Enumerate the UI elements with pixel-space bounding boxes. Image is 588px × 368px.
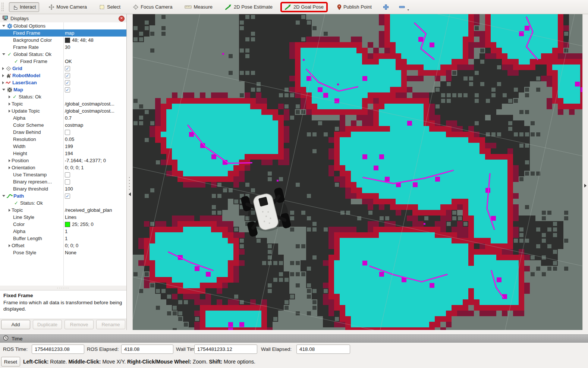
property-value[interactable]: -7.1644; -4.2377; 0 xyxy=(65,158,106,163)
tree-row-orientation[interactable]: Orientation0; 0; 0; 1 xyxy=(0,164,126,171)
property-value[interactable]: None xyxy=(65,250,76,255)
tree-row-path[interactable]: Path✓ xyxy=(0,192,126,199)
expander-right-icon[interactable] xyxy=(9,110,10,113)
tree-row-width[interactable]: Width199 xyxy=(0,143,126,150)
expander-down-icon[interactable] xyxy=(2,53,5,55)
tree-row-alpha[interactable]: Alpha0.7 xyxy=(0,114,126,122)
tree-row-frame-rate[interactable]: Frame Rate30 xyxy=(0,44,126,51)
property-value[interactable]: /global_costmap/cost... xyxy=(65,101,114,107)
tree-row-grid[interactable]: Grid✓ xyxy=(0,65,126,72)
tree-row-fixed-frame[interactable]: Fixed Framemap xyxy=(0,29,126,37)
property-value[interactable]: 100 xyxy=(65,186,73,192)
property-value[interactable]: 30 xyxy=(65,44,70,50)
tool-button-publish-point[interactable]: Publish Point xyxy=(334,3,375,12)
tool-button-2d-pose-estimate[interactable]: 2D Pose Estimate xyxy=(222,3,276,12)
tool-button-measure[interactable]: Measure xyxy=(182,3,216,11)
tree-row-height[interactable]: Height194 xyxy=(0,150,126,157)
tree-row-resolution[interactable]: Resolution0.05 xyxy=(0,136,126,143)
tree-row-binary-threshold[interactable]: Binary threshold100 xyxy=(0,185,126,192)
add-button[interactable]: Add xyxy=(1,320,30,329)
property-value[interactable]: 0; 0; 0; 1 xyxy=(65,165,84,170)
tree-row-global-status-ok[interactable]: ✓Global Status: Ok xyxy=(0,51,126,58)
tool-button-add-tool[interactable] xyxy=(381,2,391,12)
enable-checkbox[interactable]: ✓ xyxy=(65,194,70,199)
tree-row-status-ok[interactable]: ✓Status: Ok xyxy=(0,199,126,207)
tool-button-remove-tool[interactable]: ▾ xyxy=(397,4,407,10)
property-value[interactable]: 1 xyxy=(65,236,67,241)
3d-viewport[interactable] xyxy=(133,14,582,330)
property-value[interactable]: 25; 255; 0 xyxy=(72,221,94,227)
expander-down-icon[interactable] xyxy=(2,89,5,91)
tree-row-pose-style[interactable]: Pose StyleNone xyxy=(0,249,126,256)
tree-row-status-ok[interactable]: ✓Status: Ok xyxy=(0,93,126,100)
expander-right-icon[interactable] xyxy=(9,159,10,162)
tree-row-topic[interactable]: Topic/received_global_plan xyxy=(0,207,126,214)
expander-right-icon[interactable] xyxy=(9,209,10,212)
collapse-left-arrow-icon[interactable] xyxy=(129,192,131,196)
tree-row-topic[interactable]: Topic/global_costmap/cost... xyxy=(0,100,126,107)
left-dock-splitter[interactable] xyxy=(127,14,133,330)
expander-right-icon[interactable] xyxy=(9,166,10,169)
close-panel-button[interactable]: ✕ xyxy=(119,16,125,22)
expander-right-icon[interactable] xyxy=(2,67,4,70)
tree-row-fixed-frame[interactable]: ✓Fixed FrameOK xyxy=(0,58,126,65)
enable-checkbox[interactable]: ✓ xyxy=(65,66,70,71)
tree-row-global-options[interactable]: Global Options xyxy=(0,22,126,29)
tree-row-color[interactable]: Color25; 255; 0 xyxy=(0,221,126,228)
enable-checkbox[interactable]: ✓ xyxy=(65,87,70,92)
expander-right-icon[interactable] xyxy=(9,95,10,98)
property-value[interactable]: 199 xyxy=(65,144,73,149)
tree-row-update-topic[interactable]: Update Topic/global_costmap/cost... xyxy=(0,107,126,114)
property-value[interactable]: /received_global_plan xyxy=(65,207,112,213)
property-value[interactable]: Lines xyxy=(65,214,76,220)
tree-row-line-style[interactable]: Line StyleLines xyxy=(0,214,126,221)
tree-row-use-timestamp[interactable]: Use Timestamp xyxy=(0,171,126,178)
color-swatch[interactable] xyxy=(65,222,70,227)
expander-right-icon[interactable] xyxy=(2,74,4,77)
expander-right-icon[interactable] xyxy=(2,81,4,84)
property-value[interactable]: 0.05 xyxy=(65,136,74,142)
time-field-input-0[interactable] xyxy=(32,345,84,354)
expander-right-icon[interactable] xyxy=(9,103,10,106)
tree-row-map[interactable]: Map✓ xyxy=(0,86,126,93)
time-field-input-2[interactable] xyxy=(194,345,257,354)
tree-row-robotmodel[interactable]: RobotModel✓ xyxy=(0,72,126,79)
property-value[interactable]: 194 xyxy=(65,151,73,156)
property-value[interactable]: map xyxy=(65,30,74,36)
right-dock-splitter[interactable] xyxy=(582,14,588,330)
enable-checkbox[interactable] xyxy=(65,172,70,177)
tree-row-laserscan[interactable]: LaserScan✓ xyxy=(0,79,126,86)
color-swatch[interactable] xyxy=(65,38,70,43)
tool-button-select[interactable]: Select xyxy=(96,3,123,12)
enable-checkbox[interactable] xyxy=(65,130,70,135)
toolbar-drag-handle[interactable] xyxy=(1,2,4,12)
property-value[interactable]: 48; 48; 48 xyxy=(72,37,94,43)
time-field-input-1[interactable] xyxy=(121,345,173,354)
property-value[interactable]: /global_costmap/cost... xyxy=(65,108,114,114)
tree-row-offset[interactable]: Offset0; 0; 0 xyxy=(0,242,126,249)
expander-down-icon[interactable] xyxy=(2,25,5,27)
enable-checkbox[interactable]: ✓ xyxy=(65,80,70,85)
tree-row-position[interactable]: Position-7.1644; -4.2377; 0 xyxy=(0,157,126,164)
time-field-input-3[interactable] xyxy=(296,345,350,354)
panel-splitter-handle[interactable]: ······ xyxy=(0,286,126,290)
property-value[interactable]: 0.7 xyxy=(65,115,72,121)
tool-button-move-camera[interactable]: Move Camera xyxy=(45,3,90,12)
tool-button-interact[interactable]: Interact xyxy=(9,2,39,12)
reset-button[interactable]: Reset xyxy=(1,357,20,367)
tree-row-color-scheme[interactable]: Color Schemecostmap xyxy=(0,122,126,129)
tree-row-draw-behind[interactable]: Draw Behind xyxy=(0,129,126,136)
tool-button-2d-goal-pose[interactable]: 2D Goal Pose xyxy=(280,2,328,12)
collapse-right-arrow-icon[interactable] xyxy=(584,184,587,188)
tree-row-buffer-length[interactable]: Buffer Length1 xyxy=(0,235,126,242)
expander-down-icon[interactable] xyxy=(2,195,5,197)
enable-checkbox[interactable]: ✓ xyxy=(65,73,70,78)
tree-row-binary-represen[interactable]: Binary represen… xyxy=(0,178,126,185)
expander-right-icon[interactable] xyxy=(9,244,10,247)
tree-row-alpha[interactable]: Alpha1 xyxy=(0,228,126,235)
tool-button-focus-camera[interactable]: Focus Camera xyxy=(130,3,175,12)
property-value[interactable]: 1 xyxy=(65,229,67,234)
tree-row-background-color[interactable]: Background Color48; 48; 48 xyxy=(0,37,126,44)
tool-dropdown-caret-icon[interactable]: ▾ xyxy=(408,8,409,12)
property-value[interactable]: costmap xyxy=(65,122,83,128)
